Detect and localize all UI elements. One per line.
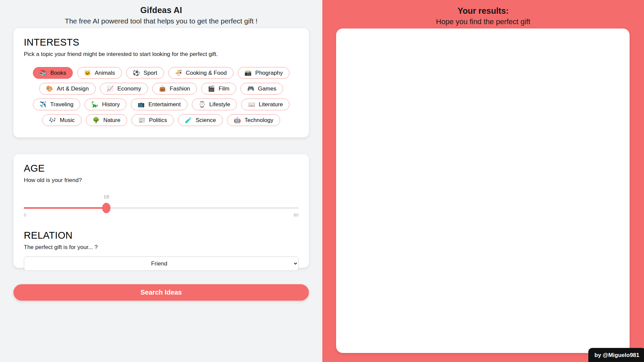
chip-emoji-icon: 🎶 xyxy=(49,117,56,123)
configuration-panel: Gifdeas AI The free AI powered tool that… xyxy=(0,0,322,362)
chip-label: Film xyxy=(219,85,229,92)
chip-emoji-icon: 🤖 xyxy=(234,117,241,123)
chip-history[interactable]: 🦕 History xyxy=(85,99,126,110)
chip-emoji-icon: 📰 xyxy=(138,117,145,123)
chip-label: Animals xyxy=(95,70,115,76)
chip-emoji-icon: 📖 xyxy=(248,102,255,107)
chip-label: Sport xyxy=(144,70,157,76)
age-slider: 18 0 60 xyxy=(24,203,299,223)
chip-art-design[interactable]: 🎨 Art & Design xyxy=(39,83,96,95)
chip-label: Technology xyxy=(245,117,273,124)
chip-science[interactable]: 🧪 Science xyxy=(178,114,223,126)
chip-label: Literature xyxy=(259,101,283,108)
chip-label: Games xyxy=(258,85,276,92)
chip-books[interactable]: 📚 Books xyxy=(33,67,73,79)
chip-label: Cooking & Food xyxy=(186,70,227,76)
chip-sport[interactable]: ⚽ Sport xyxy=(126,67,164,79)
chip-emoji-icon: 🧪 xyxy=(185,117,192,123)
relation-heading: RELATION xyxy=(24,230,299,241)
results-subtitle: Hope you find the perfect gift xyxy=(322,17,644,26)
chip-emoji-icon: 📸 xyxy=(245,70,252,76)
chip-label: Fashion xyxy=(170,85,190,92)
chip-film[interactable]: 🎬 Film xyxy=(201,83,236,95)
chip-animals[interactable]: 🐱 Animals xyxy=(77,67,122,79)
search-ideas-button[interactable]: Search Ideas xyxy=(13,284,309,301)
chip-emoji-icon: 🍜 xyxy=(175,70,182,76)
results-header: Your results: Hope you find the perfect … xyxy=(322,6,644,26)
chip-emoji-icon: 📈 xyxy=(107,86,114,92)
relation-question: The perfect gift is for your... ? xyxy=(24,244,299,251)
chip-emoji-icon: 🎨 xyxy=(46,86,53,92)
age-heading: AGE xyxy=(24,163,299,174)
chip-emoji-icon: 👜 xyxy=(159,86,166,92)
chip-emoji-icon: 🎮 xyxy=(247,86,254,92)
chip-emoji-icon: ⚽ xyxy=(133,70,140,76)
age-slider-value: 18 xyxy=(103,194,109,199)
chip-label: Books xyxy=(50,70,66,76)
age-question: How old is your friend? xyxy=(24,177,299,184)
chip-nature[interactable]: 🌳 Nature xyxy=(86,114,127,126)
chip-cooking-food[interactable]: 🍜 Cooking & Food xyxy=(168,67,233,79)
interests-heading: INTERESTS xyxy=(24,37,299,48)
chip-technology[interactable]: 🤖 Technology xyxy=(227,114,280,126)
chip-label: Science xyxy=(196,117,216,124)
app-title: Gifdeas AI xyxy=(13,5,309,15)
chip-emoji-icon: 🦕 xyxy=(91,102,98,107)
chip-lifestyle[interactable]: ⌚ Lifestyle xyxy=(192,99,237,110)
results-title: Your results: xyxy=(322,6,644,16)
chip-emoji-icon: ⌚ xyxy=(199,102,206,107)
chip-label: Entertaiment xyxy=(148,101,180,108)
chip-entertaiment[interactable]: 📺 Entertaiment xyxy=(131,99,187,110)
age-relation-card: AGE How old is your friend? 18 0 60 RELA… xyxy=(13,154,309,268)
age-slider-max-label: 60 xyxy=(294,213,299,218)
chip-emoji-icon: 🐱 xyxy=(84,70,91,76)
results-card xyxy=(336,28,630,353)
age-slider-range-labels: 0 60 xyxy=(24,213,299,218)
age-slider-thumb[interactable] xyxy=(102,203,110,213)
age-slider-fill xyxy=(24,207,106,209)
app-header: Gifdeas AI The free AI powered tool that… xyxy=(13,5,309,25)
chip-emoji-icon: 🌳 xyxy=(93,117,100,123)
chip-fashion[interactable]: 👜 Fashion xyxy=(152,83,197,95)
chip-label: Nature xyxy=(103,117,120,124)
chip-label: Traveling xyxy=(50,101,73,108)
chip-label: Art & Design xyxy=(57,85,89,92)
interests-description: Pick a topic your friend might be intere… xyxy=(24,51,299,58)
chip-label: Economy xyxy=(117,85,141,92)
results-panel: Your results: Hope you find the perfect … xyxy=(322,0,644,362)
chip-label: Politics xyxy=(149,117,167,124)
interest-chip-list: 📚 Books 🐱 Animals ⚽ Sport 🍜 Cooking & Fo… xyxy=(24,67,299,126)
age-slider-min-label: 0 xyxy=(24,213,26,218)
chip-label: Lifestyle xyxy=(209,101,230,108)
chip-phography[interactable]: 📸 Phography xyxy=(238,67,289,79)
chip-traveling[interactable]: ✈️ Traveling xyxy=(33,99,80,110)
chip-music[interactable]: 🎶 Music xyxy=(42,114,82,126)
interests-card: INTERESTS Pick a topic your friend might… xyxy=(13,28,309,137)
chip-emoji-icon: 📚 xyxy=(40,70,47,76)
chip-politics[interactable]: 📰 Politics xyxy=(131,114,174,126)
chip-emoji-icon: 🎬 xyxy=(208,86,215,92)
app-subtitle: The free AI powered tool that helps you … xyxy=(13,17,309,25)
chip-economy[interactable]: 📈 Economy xyxy=(100,83,148,95)
chip-literature[interactable]: 📖 Literature xyxy=(241,99,289,110)
chip-label: History xyxy=(102,101,120,108)
chip-games[interactable]: 🎮 Games xyxy=(240,83,283,95)
chip-emoji-icon: 📺 xyxy=(138,102,145,107)
relation-section: RELATION The perfect gift is for your...… xyxy=(24,230,299,271)
chip-label: Phography xyxy=(255,70,283,76)
chip-label: Music xyxy=(60,117,74,124)
chip-emoji-icon: ✈️ xyxy=(40,102,47,107)
author-credit-badge[interactable]: by @Miguelo981 xyxy=(588,348,644,362)
relation-select[interactable]: Friend xyxy=(24,256,299,271)
